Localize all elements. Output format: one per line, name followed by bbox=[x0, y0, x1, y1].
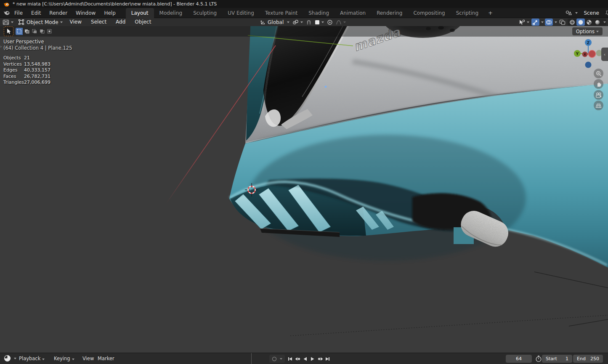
playback-menu[interactable]: Playback bbox=[19, 353, 45, 364]
gizmo-z-label: Z bbox=[587, 41, 590, 45]
frame-start-value: 1 bbox=[566, 356, 568, 361]
object-type-visibility-dropdown[interactable] bbox=[518, 19, 530, 26]
menu-file[interactable]: File bbox=[10, 8, 27, 18]
select-mode-new-button[interactable] bbox=[16, 28, 23, 35]
scene-name-field[interactable]: Scene bbox=[579, 10, 603, 16]
timeline-playhead[interactable] bbox=[251, 353, 252, 364]
frame-end-label: End bbox=[577, 356, 586, 361]
object-origin-dot bbox=[325, 86, 327, 88]
window-title: * new miata [C:\Users\Admind\Documents\b… bbox=[13, 1, 217, 7]
workspace-tab-layout[interactable]: Layout bbox=[126, 8, 154, 18]
shading-wireframe-button[interactable] bbox=[568, 19, 576, 26]
select-mode-extend-button[interactable] bbox=[23, 28, 30, 35]
viewport-menu-add[interactable]: Add bbox=[111, 18, 130, 26]
overlays-dropdown-chevron-icon[interactable] bbox=[555, 21, 557, 23]
shading-dropdown-chevron-icon[interactable] bbox=[603, 21, 606, 23]
overlays-icon bbox=[546, 19, 552, 25]
workspace-tab-animation[interactable]: Animation bbox=[335, 8, 371, 18]
snap-magnet-icon bbox=[306, 19, 312, 25]
snap-target-dropdown[interactable] bbox=[314, 19, 325, 26]
zoom-button[interactable] bbox=[594, 69, 603, 78]
camera-view-button[interactable] bbox=[594, 90, 603, 100]
auto-keyframe-toggle[interactable] bbox=[269, 355, 285, 363]
previous-keyframe-button[interactable] bbox=[294, 355, 301, 363]
workspace-tab-compositing[interactable]: Compositing bbox=[408, 8, 450, 18]
menu-window[interactable]: Window bbox=[72, 8, 100, 18]
next-keyframe-button[interactable] bbox=[317, 355, 324, 363]
snap-toggle[interactable] bbox=[305, 19, 313, 26]
editor-type-dropdown[interactable] bbox=[0, 19, 16, 25]
workspace-tab-scripting[interactable]: Scripting bbox=[451, 8, 484, 18]
record-circle-icon bbox=[272, 356, 277, 361]
toggle-orthographic-button[interactable] bbox=[594, 101, 603, 110]
stopwatch-icon bbox=[535, 355, 542, 362]
select-mode-invert-button[interactable] bbox=[38, 28, 45, 35]
workspace-tab-modeling[interactable]: Modeling bbox=[154, 8, 188, 18]
playback-transport-controls bbox=[287, 355, 331, 363]
show-gizmo-toggle[interactable] bbox=[531, 19, 539, 26]
scene-browse-chevron-icon[interactable] bbox=[575, 12, 578, 14]
menu-render[interactable]: Render bbox=[45, 8, 72, 18]
workspace-tab-uv-editing[interactable]: UV Editing bbox=[222, 8, 260, 18]
gizmo-dropdown-chevron-icon[interactable] bbox=[541, 21, 544, 23]
scene-pin-icon[interactable] bbox=[605, 10, 608, 16]
add-workspace-button[interactable]: + bbox=[484, 10, 497, 16]
use-preview-range-toggle[interactable] bbox=[535, 355, 542, 364]
play-reverse-button[interactable] bbox=[302, 355, 308, 363]
play-reverse-icon bbox=[303, 356, 308, 361]
shading-solid-button[interactable] bbox=[576, 19, 585, 26]
workspace-tab-sculpting[interactable]: Sculpting bbox=[188, 8, 222, 18]
scene-icon[interactable] bbox=[565, 10, 572, 16]
current-frame-value: 64 bbox=[516, 356, 522, 361]
workspace-tab-shading[interactable]: Shading bbox=[303, 8, 335, 18]
transform-orientation-dropdown[interactable]: Global bbox=[259, 19, 290, 26]
frame-start-field[interactable]: Start 1 bbox=[542, 355, 572, 363]
blender-menu-icon[interactable] bbox=[3, 10, 10, 16]
workspace-tab-rendering[interactable]: Rendering bbox=[371, 8, 408, 18]
jump-to-end-button[interactable] bbox=[324, 355, 331, 363]
transform-orientation-label: Global bbox=[268, 19, 284, 25]
frame-end-field[interactable]: End 250 bbox=[573, 355, 603, 363]
gizmo-axis-x-positive[interactable] bbox=[589, 50, 596, 58]
navigation-axis-gizmo[interactable]: Z Y X bbox=[572, 38, 605, 71]
options-button-label: Options bbox=[576, 29, 595, 35]
proportional-editing-icon bbox=[327, 19, 333, 25]
active-object-breadcrumb: (64) Collection 4 | Plane.125 bbox=[3, 45, 72, 51]
window-titlebar: * new miata [C:\Users\Admind\Documents\b… bbox=[0, 0, 608, 8]
select-mode-subtract-button[interactable] bbox=[31, 28, 38, 35]
menu-edit[interactable]: Edit bbox=[27, 8, 45, 18]
timeline-view-menu[interactable]: View bbox=[82, 353, 94, 364]
frame-end-value: 250 bbox=[590, 356, 599, 361]
timeline-marker-menu[interactable]: Marker bbox=[98, 353, 114, 364]
mode-dropdown[interactable]: Object Mode bbox=[16, 19, 65, 25]
frame-start-label: Start bbox=[546, 356, 557, 361]
viewport-menu-object[interactable]: Object bbox=[130, 18, 156, 26]
keying-menu[interactable]: Keying bbox=[54, 353, 74, 364]
play-button[interactable] bbox=[309, 355, 316, 363]
viewport-menu-select[interactable]: Select bbox=[86, 18, 111, 26]
jump-to-start-button[interactable] bbox=[287, 355, 293, 363]
toolbar-expand-arrow[interactable]: › bbox=[0, 44, 2, 49]
pivot-point-dropdown[interactable] bbox=[292, 19, 304, 26]
workspace-tab-texture-paint[interactable]: Texture Paint bbox=[260, 8, 303, 18]
current-frame-field[interactable]: 64 bbox=[506, 355, 532, 363]
shading-material-button[interactable] bbox=[585, 19, 593, 26]
options-button[interactable]: Options bbox=[572, 27, 603, 35]
sidebar-toggle-tab[interactable]: ‹ bbox=[601, 48, 608, 61]
pan-view-button[interactable] bbox=[594, 79, 603, 89]
wireframe-sphere-icon bbox=[569, 19, 576, 25]
gizmo-axis-z-negative[interactable] bbox=[585, 62, 592, 68]
pivot-point-icon bbox=[292, 19, 299, 25]
viewport-3d-scene[interactable]: mazda bbox=[0, 0, 608, 364]
jump-to-start-icon bbox=[287, 356, 293, 361]
viewport-menu-view[interactable]: View bbox=[65, 18, 86, 26]
toggle-xray-button[interactable] bbox=[558, 19, 566, 26]
show-overlays-toggle[interactable] bbox=[545, 19, 553, 26]
shading-rendered-button[interactable] bbox=[593, 19, 602, 26]
select-mode-intersect-button[interactable] bbox=[46, 28, 53, 35]
proportional-falloff-dropdown[interactable] bbox=[335, 19, 347, 26]
active-tool-select-box-button[interactable] bbox=[4, 27, 13, 36]
proportional-editing-toggle[interactable] bbox=[326, 19, 334, 26]
timeline-editor-type-dropdown[interactable] bbox=[4, 355, 16, 362]
menu-help[interactable]: Help bbox=[100, 8, 119, 18]
